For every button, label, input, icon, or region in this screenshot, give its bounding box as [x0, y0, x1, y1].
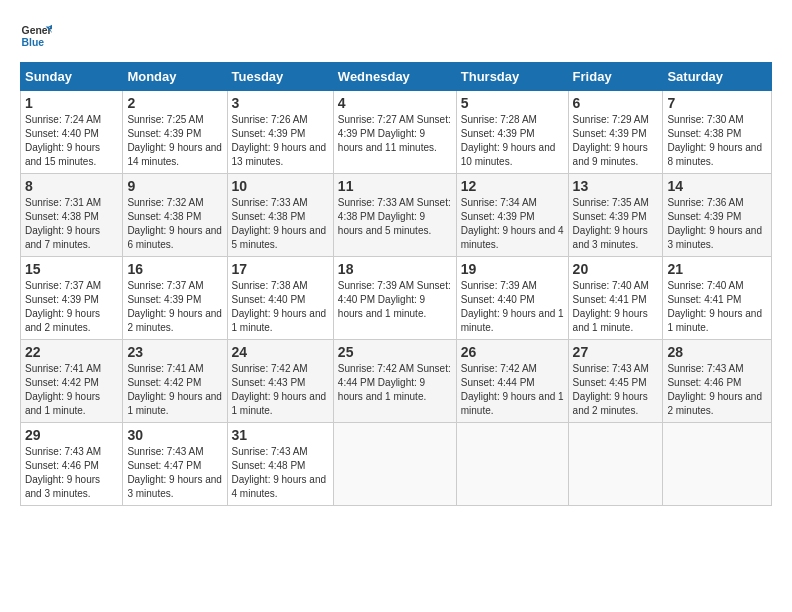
day-number: 19 [461, 261, 564, 277]
table-cell: 25Sunrise: 7:42 AM Sunset: 4:44 PM Dayli… [333, 340, 456, 423]
table-cell: 14Sunrise: 7:36 AM Sunset: 4:39 PM Dayli… [663, 174, 772, 257]
day-info: Sunrise: 7:34 AM Sunset: 4:39 PM Dayligh… [461, 196, 564, 252]
table-cell: 21Sunrise: 7:40 AM Sunset: 4:41 PM Dayli… [663, 257, 772, 340]
table-cell: 20Sunrise: 7:40 AM Sunset: 4:41 PM Dayli… [568, 257, 663, 340]
day-info: Sunrise: 7:42 AM Sunset: 4:44 PM Dayligh… [338, 362, 452, 404]
table-cell [663, 423, 772, 506]
day-info: Sunrise: 7:39 AM Sunset: 4:40 PM Dayligh… [338, 279, 452, 321]
table-cell: 26Sunrise: 7:42 AM Sunset: 4:44 PM Dayli… [456, 340, 568, 423]
table-row: 22Sunrise: 7:41 AM Sunset: 4:42 PM Dayli… [21, 340, 772, 423]
day-info: Sunrise: 7:33 AM Sunset: 4:38 PM Dayligh… [232, 196, 329, 252]
day-number: 10 [232, 178, 329, 194]
day-number: 22 [25, 344, 118, 360]
day-number: 27 [573, 344, 659, 360]
table-row: 1Sunrise: 7:24 AM Sunset: 4:40 PM Daylig… [21, 91, 772, 174]
logo: General Blue [20, 20, 56, 52]
day-info: Sunrise: 7:25 AM Sunset: 4:39 PM Dayligh… [127, 113, 222, 169]
day-info: Sunrise: 7:27 AM Sunset: 4:39 PM Dayligh… [338, 113, 452, 155]
day-number: 24 [232, 344, 329, 360]
table-cell: 24Sunrise: 7:42 AM Sunset: 4:43 PM Dayli… [227, 340, 333, 423]
col-saturday: Saturday [663, 63, 772, 91]
day-number: 12 [461, 178, 564, 194]
calendar-table: Sunday Monday Tuesday Wednesday Thursday… [20, 62, 772, 506]
day-number: 13 [573, 178, 659, 194]
svg-text:Blue: Blue [22, 37, 45, 48]
table-cell: 17Sunrise: 7:38 AM Sunset: 4:40 PM Dayli… [227, 257, 333, 340]
table-cell: 31Sunrise: 7:43 AM Sunset: 4:48 PM Dayli… [227, 423, 333, 506]
day-info: Sunrise: 7:35 AM Sunset: 4:39 PM Dayligh… [573, 196, 659, 252]
table-row: 29Sunrise: 7:43 AM Sunset: 4:46 PM Dayli… [21, 423, 772, 506]
day-info: Sunrise: 7:32 AM Sunset: 4:38 PM Dayligh… [127, 196, 222, 252]
day-info: Sunrise: 7:37 AM Sunset: 4:39 PM Dayligh… [25, 279, 118, 335]
day-number: 17 [232, 261, 329, 277]
day-number: 11 [338, 178, 452, 194]
table-cell [568, 423, 663, 506]
day-info: Sunrise: 7:37 AM Sunset: 4:39 PM Dayligh… [127, 279, 222, 335]
day-info: Sunrise: 7:31 AM Sunset: 4:38 PM Dayligh… [25, 196, 118, 252]
table-cell: 10Sunrise: 7:33 AM Sunset: 4:38 PM Dayli… [227, 174, 333, 257]
day-number: 6 [573, 95, 659, 111]
day-info: Sunrise: 7:43 AM Sunset: 4:46 PM Dayligh… [667, 362, 767, 418]
day-number: 31 [232, 427, 329, 443]
day-info: Sunrise: 7:43 AM Sunset: 4:48 PM Dayligh… [232, 445, 329, 501]
day-info: Sunrise: 7:28 AM Sunset: 4:39 PM Dayligh… [461, 113, 564, 169]
table-cell: 23Sunrise: 7:41 AM Sunset: 4:42 PM Dayli… [123, 340, 227, 423]
day-info: Sunrise: 7:26 AM Sunset: 4:39 PM Dayligh… [232, 113, 329, 169]
table-cell: 27Sunrise: 7:43 AM Sunset: 4:45 PM Dayli… [568, 340, 663, 423]
table-cell: 5Sunrise: 7:28 AM Sunset: 4:39 PM Daylig… [456, 91, 568, 174]
day-info: Sunrise: 7:40 AM Sunset: 4:41 PM Dayligh… [573, 279, 659, 335]
table-row: 8Sunrise: 7:31 AM Sunset: 4:38 PM Daylig… [21, 174, 772, 257]
calendar-header-row: Sunday Monday Tuesday Wednesday Thursday… [21, 63, 772, 91]
day-info: Sunrise: 7:33 AM Sunset: 4:38 PM Dayligh… [338, 196, 452, 238]
logo-icon: General Blue [20, 20, 52, 52]
table-cell: 1Sunrise: 7:24 AM Sunset: 4:40 PM Daylig… [21, 91, 123, 174]
day-number: 23 [127, 344, 222, 360]
table-row: 15Sunrise: 7:37 AM Sunset: 4:39 PM Dayli… [21, 257, 772, 340]
day-number: 16 [127, 261, 222, 277]
day-info: Sunrise: 7:42 AM Sunset: 4:43 PM Dayligh… [232, 362, 329, 418]
day-number: 7 [667, 95, 767, 111]
day-info: Sunrise: 7:43 AM Sunset: 4:45 PM Dayligh… [573, 362, 659, 418]
day-number: 28 [667, 344, 767, 360]
day-number: 18 [338, 261, 452, 277]
table-cell: 16Sunrise: 7:37 AM Sunset: 4:39 PM Dayli… [123, 257, 227, 340]
day-number: 2 [127, 95, 222, 111]
col-tuesday: Tuesday [227, 63, 333, 91]
day-number: 30 [127, 427, 222, 443]
day-info: Sunrise: 7:43 AM Sunset: 4:46 PM Dayligh… [25, 445, 118, 501]
day-number: 25 [338, 344, 452, 360]
col-friday: Friday [568, 63, 663, 91]
day-info: Sunrise: 7:36 AM Sunset: 4:39 PM Dayligh… [667, 196, 767, 252]
day-number: 3 [232, 95, 329, 111]
day-number: 15 [25, 261, 118, 277]
table-cell: 13Sunrise: 7:35 AM Sunset: 4:39 PM Dayli… [568, 174, 663, 257]
day-info: Sunrise: 7:42 AM Sunset: 4:44 PM Dayligh… [461, 362, 564, 418]
table-cell: 22Sunrise: 7:41 AM Sunset: 4:42 PM Dayli… [21, 340, 123, 423]
table-cell [456, 423, 568, 506]
day-info: Sunrise: 7:43 AM Sunset: 4:47 PM Dayligh… [127, 445, 222, 501]
day-number: 9 [127, 178, 222, 194]
table-cell: 3Sunrise: 7:26 AM Sunset: 4:39 PM Daylig… [227, 91, 333, 174]
day-info: Sunrise: 7:29 AM Sunset: 4:39 PM Dayligh… [573, 113, 659, 169]
day-info: Sunrise: 7:41 AM Sunset: 4:42 PM Dayligh… [127, 362, 222, 418]
table-cell [333, 423, 456, 506]
table-cell: 11Sunrise: 7:33 AM Sunset: 4:38 PM Dayli… [333, 174, 456, 257]
day-number: 21 [667, 261, 767, 277]
day-number: 4 [338, 95, 452, 111]
day-info: Sunrise: 7:30 AM Sunset: 4:38 PM Dayligh… [667, 113, 767, 169]
day-number: 29 [25, 427, 118, 443]
table-cell: 28Sunrise: 7:43 AM Sunset: 4:46 PM Dayli… [663, 340, 772, 423]
table-cell: 12Sunrise: 7:34 AM Sunset: 4:39 PM Dayli… [456, 174, 568, 257]
col-monday: Monday [123, 63, 227, 91]
table-cell: 6Sunrise: 7:29 AM Sunset: 4:39 PM Daylig… [568, 91, 663, 174]
day-info: Sunrise: 7:38 AM Sunset: 4:40 PM Dayligh… [232, 279, 329, 335]
day-info: Sunrise: 7:41 AM Sunset: 4:42 PM Dayligh… [25, 362, 118, 418]
table-cell: 8Sunrise: 7:31 AM Sunset: 4:38 PM Daylig… [21, 174, 123, 257]
table-cell: 18Sunrise: 7:39 AM Sunset: 4:40 PM Dayli… [333, 257, 456, 340]
day-number: 14 [667, 178, 767, 194]
table-cell: 15Sunrise: 7:37 AM Sunset: 4:39 PM Dayli… [21, 257, 123, 340]
day-number: 20 [573, 261, 659, 277]
day-info: Sunrise: 7:24 AM Sunset: 4:40 PM Dayligh… [25, 113, 118, 169]
day-info: Sunrise: 7:40 AM Sunset: 4:41 PM Dayligh… [667, 279, 767, 335]
table-cell: 9Sunrise: 7:32 AM Sunset: 4:38 PM Daylig… [123, 174, 227, 257]
